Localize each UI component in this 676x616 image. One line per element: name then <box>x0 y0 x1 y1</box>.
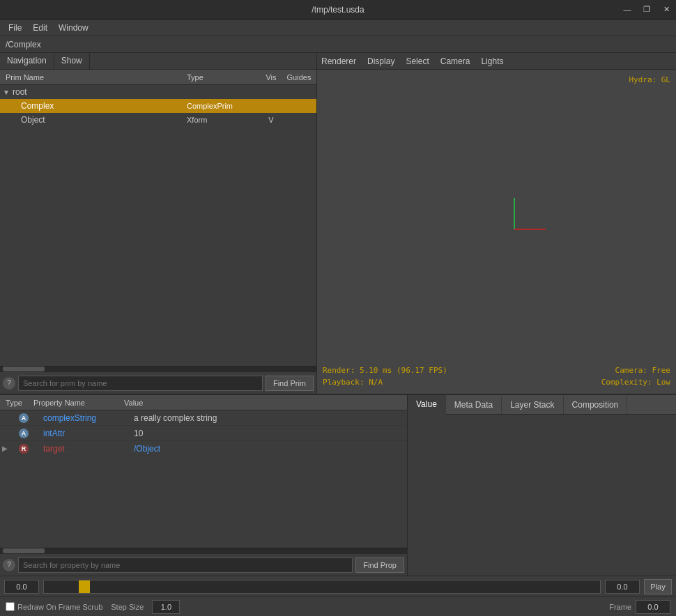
timeline-scrubber[interactable] <box>43 580 601 594</box>
prop-detail-panel: Value Meta Data Layer Stack Composition <box>408 395 676 576</box>
restore-button[interactable]: ❐ <box>637 0 656 20</box>
viewport-overlay-camera: Camera: Free Complexity: Low <box>601 365 670 388</box>
timeline-thumb[interactable] <box>79 580 90 593</box>
prop-value-complexString: a really complex string <box>128 413 407 423</box>
redraw-checkbox-label[interactable]: Redraw On Frame Scrub <box>6 602 102 611</box>
bottom-section: Type Property Name Value A complexString… <box>0 394 676 576</box>
detail-tab-value[interactable]: Value <box>408 395 446 415</box>
camera-stat-1: Camera: Free <box>601 365 670 377</box>
viewport-tab-camera[interactable]: Camera <box>439 54 472 69</box>
menu-window[interactable]: Window <box>53 22 94 34</box>
detail-content <box>408 415 676 576</box>
prim-help-button[interactable]: ? <box>3 377 15 390</box>
prop-name-intAttr: intAttr <box>38 429 128 438</box>
detail-tab-composition[interactable]: Composition <box>564 396 628 414</box>
prim-search-input[interactable] <box>18 376 263 391</box>
prim-scrollbar-thumb[interactable] <box>3 367 45 371</box>
close-button[interactable]: ✕ <box>656 0 676 20</box>
prim-row-complex[interactable]: Complex ComplexPrim <box>0 99 316 113</box>
prop-row-target[interactable]: ▶ R target /Object <box>0 441 407 456</box>
prim-search-bar: ? Find Prim <box>0 371 316 394</box>
viewport-tab-lights[interactable]: Lights <box>479 54 505 69</box>
props-scrollbar-thumb[interactable] <box>3 548 45 553</box>
header-vis: Vis <box>261 73 282 82</box>
props-help-button[interactable]: ? <box>3 559 15 571</box>
play-button[interactable]: Play <box>644 579 672 594</box>
prim-name-complex: Complex <box>21 101 184 111</box>
properties-panel: Type Property Name Value A complexString… <box>0 395 408 576</box>
attr-circle-complexString: A <box>19 413 29 423</box>
prim-type-complex: ComplexPrim <box>184 102 261 110</box>
prim-tree: ▼ root Complex ComplexPrim <box>0 85 316 366</box>
prim-row-object[interactable]: Object Xform V <box>0 113 316 127</box>
menu-file[interactable]: File <box>3 22 27 34</box>
header-guides: Guides <box>282 73 316 82</box>
props-search-bar: ? Find Prop <box>0 553 407 576</box>
detail-tab-metadata[interactable]: Meta Data <box>446 396 502 414</box>
frame-input[interactable] <box>636 600 670 614</box>
props-h-scrollbar[interactable] <box>0 548 407 553</box>
prim-name-root: root <box>13 87 184 97</box>
header-prop-name: Property Name <box>28 399 118 407</box>
timeline-start-input[interactable] <box>4 580 39 594</box>
find-prop-button[interactable]: Find Prop <box>355 557 404 573</box>
header-prop-type: Type <box>0 399 28 407</box>
rel-circle-target: R <box>19 444 29 454</box>
redraw-checkbox[interactable] <box>6 602 15 611</box>
prim-browser-panel: Navigation Show Prim Name Type Vis Guide… <box>0 53 317 394</box>
axis-indicator <box>473 187 556 243</box>
viewport-tab-renderer[interactable]: Renderer <box>320 54 358 69</box>
timeline-end-input[interactable] <box>605 580 640 594</box>
expand-target: ▶ <box>0 445 10 452</box>
timeline-bar: Play <box>0 576 676 596</box>
type-icon-intAttr: A <box>10 429 38 438</box>
camera-stat-2: Complexity: Low <box>601 377 670 389</box>
detail-tab-layerstack[interactable]: Layer Stack <box>502 396 563 414</box>
find-prim-button[interactable]: Find Prim <box>266 376 314 391</box>
props-rows: A complexString a really complex string … <box>0 410 407 548</box>
main-layout: Navigation Show Prim Name Type Vis Guide… <box>0 53 676 616</box>
bottom-info-bar: Redraw On Frame Scrub Step Size Frame <box>0 596 676 616</box>
prop-row-intAttr[interactable]: A intAttr 10 <box>0 426 407 441</box>
prim-type-object: Xform <box>184 116 261 124</box>
type-icon-target: R <box>10 444 38 454</box>
attr-circle-intAttr: A <box>19 429 29 438</box>
viewport-tab-display[interactable]: Display <box>366 54 396 69</box>
header-type: Type <box>184 73 261 82</box>
top-section: Navigation Show Prim Name Type Vis Guide… <box>0 53 676 394</box>
window-title: /tmp/test.usda <box>312 5 364 15</box>
viewport-area[interactable]: Hydra: GL Render: 5.10 ms (96.17 FPS) Pl… <box>317 70 676 394</box>
prop-name-complexString: complexString <box>38 413 128 423</box>
prim-row-root[interactable]: ▼ root <box>0 85 316 99</box>
prop-row-complexString[interactable]: A complexString a really complex string <box>0 410 407 426</box>
breadcrumb-text: /Complex <box>6 40 41 49</box>
type-icon-complexString: A <box>10 413 38 423</box>
props-search-input[interactable] <box>18 557 353 573</box>
minimize-button[interactable]: — <box>617 0 637 20</box>
prim-h-scrollbar[interactable] <box>0 366 316 371</box>
prim-table-header: Prim Name Type Vis Guides <box>0 70 316 85</box>
prim-browser-tabs: Navigation Show <box>0 53 316 70</box>
frame-text: Frame <box>609 603 631 611</box>
prim-vis-object: V <box>261 116 282 124</box>
props-table-header: Type Property Name Value <box>0 395 407 410</box>
viewport-panel: Renderer Display Select Camera Lights Hy… <box>317 53 676 394</box>
tab-show[interactable]: Show <box>54 53 90 69</box>
step-size-input[interactable] <box>152 600 180 614</box>
prop-value-target: /Object <box>128 444 407 454</box>
expand-icon-root: ▼ <box>3 88 13 96</box>
header-prim-name: Prim Name <box>0 73 184 82</box>
menubar: File Edit Window <box>0 20 676 36</box>
frame-label-group: Frame <box>609 600 670 614</box>
window-controls: — ❐ ✕ <box>617 0 676 19</box>
tab-navigation[interactable]: Navigation <box>0 53 54 69</box>
titlebar: /tmp/test.usda — ❐ ✕ <box>0 0 676 20</box>
prop-value-intAttr: 10 <box>128 429 407 438</box>
redraw-label: Redraw On Frame Scrub <box>17 603 102 611</box>
viewport-tab-select[interactable]: Select <box>404 54 430 69</box>
detail-tabs: Value Meta Data Layer Stack Composition <box>408 395 676 415</box>
viewport-tabs: Renderer Display Select Camera Lights <box>317 53 676 70</box>
viewport-overlay-render: Render: 5.10 ms (96.17 FPS) Playback: N/… <box>323 365 447 388</box>
menu-edit[interactable]: Edit <box>27 22 53 34</box>
header-prop-value: Value <box>118 399 407 407</box>
